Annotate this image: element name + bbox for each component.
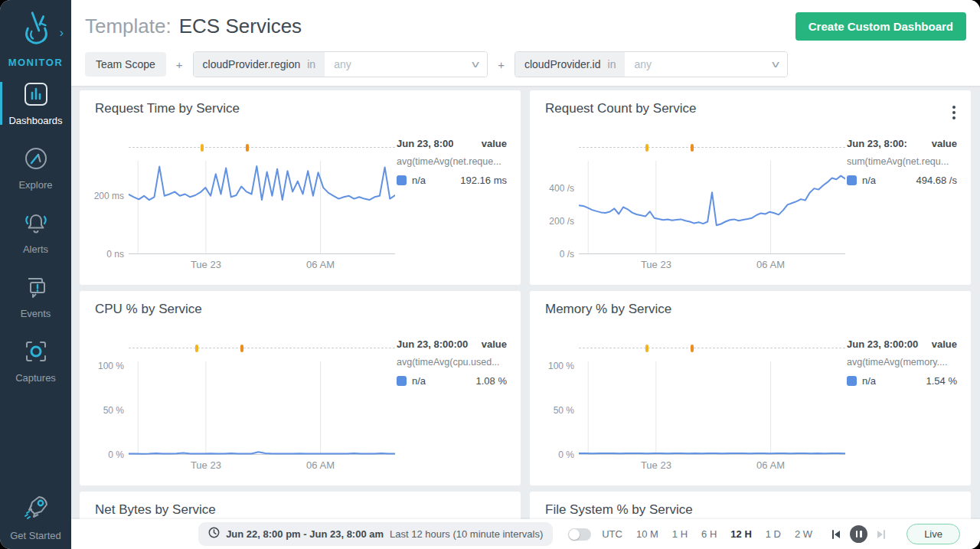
zoom-1d[interactable]: 1 D	[766, 528, 781, 540]
line-chart[interactable]	[579, 161, 845, 254]
chart-title: Request Count by Service	[545, 101, 956, 116]
filter-value-select[interactable]: any v	[325, 52, 487, 77]
series-value: 494.68 /s	[916, 175, 958, 186]
sidebar-item-label: Dashboards	[8, 115, 62, 126]
chart-panel-memory: Memory % by Service 100 %50 %0 % Tue 230…	[530, 291, 971, 485]
series-value: 1.08 %	[476, 375, 507, 387]
event-timeline[interactable]	[579, 343, 845, 354]
x-axis: Tue 2306 AM	[579, 455, 845, 472]
legend-value-header: value	[932, 138, 957, 149]
y-axis: 100 %50 %0 %	[545, 361, 579, 455]
sidebar-item-label: Events	[21, 308, 51, 319]
step-forward-icon[interactable]	[876, 529, 887, 540]
sidebar-item-dashboards[interactable]: Dashboards	[0, 80, 71, 126]
sidebar-item-events[interactable]: Events	[0, 273, 71, 319]
sidebar-item-alerts[interactable]: Alerts	[0, 209, 71, 255]
sidebar-item-captures[interactable]: Captures	[0, 338, 71, 384]
chevron-down-icon: v	[472, 59, 479, 70]
legend-metric: avg(timeAvg(memory....	[847, 357, 957, 368]
chart-title: Net Bytes by Service	[95, 502, 505, 518]
series-name: n/a	[412, 175, 426, 186]
filter-bar: Team Scope + cloudProvider.region in any…	[71, 41, 980, 77]
x-axis: Tue 2306 AM	[129, 455, 395, 472]
filter-field: cloudProvider.region	[203, 58, 301, 70]
chart-panel-cpu: CPU % by Service 100 %50 %0 % Tue 2306 A…	[80, 291, 521, 485]
title-prefix: Template:	[85, 15, 172, 38]
event-timeline[interactable]	[129, 343, 395, 354]
legend-time: Jun 23, 8:00	[397, 138, 453, 149]
series-swatch	[397, 376, 407, 386]
monitor-logo-text: MONITOR	[8, 57, 64, 68]
legend-series-row[interactable]: n/a 1.54 %	[847, 375, 957, 387]
filter-cloudprovider-id[interactable]: cloudProvider.id in any v	[514, 51, 789, 77]
time-range-detail: Last 12 hours (10 minute intervals)	[390, 528, 543, 540]
utc-label: UTC	[602, 528, 622, 540]
chevron-down-icon: v	[773, 59, 780, 70]
sidebar-item-label: Get Started	[10, 530, 60, 541]
sidebar-item-label: Explore	[18, 179, 52, 191]
chart-title: Memory % by Service	[545, 302, 956, 317]
series-name: n/a	[412, 375, 426, 387]
event-timeline[interactable]	[129, 142, 395, 153]
chart-panel-request-count: Request Count by Service 400 /s200 /s0 /…	[530, 90, 971, 285]
time-range-picker[interactable]: Jun 22, 8:00 pm - Jun 23, 8:00 am Last 1…	[198, 522, 553, 546]
zoom-2w[interactable]: 2 W	[795, 528, 812, 540]
line-chart[interactable]	[129, 361, 395, 455]
chart-title: Request Time by Service	[95, 101, 505, 116]
series-name: n/a	[862, 175, 876, 186]
filter-field: cloudProvider.id	[524, 58, 601, 70]
sidebar-item-label: Alerts	[23, 243, 48, 255]
x-axis: Tue 2306 AM	[579, 254, 845, 271]
legend-series-row[interactable]: n/a 192.16 ms	[397, 175, 507, 186]
y-axis: 100 %50 %0 %	[95, 361, 129, 455]
sidebar-expand-chevron-icon[interactable]: ›	[60, 26, 64, 40]
rocket-icon	[21, 492, 51, 526]
sidebar-item-get-started[interactable]: Get Started	[0, 492, 71, 541]
y-axis: 200 ms0 ns	[95, 161, 129, 254]
zoom-6h[interactable]: 6 H	[701, 528, 717, 540]
zoom-1h[interactable]: 1 H	[672, 528, 688, 540]
zoom-12h[interactable]: 12 H	[730, 528, 751, 540]
line-chart[interactable]	[579, 361, 845, 455]
step-back-icon[interactable]	[831, 529, 841, 540]
legend-metric: sum(timeAvg(net.requ...	[847, 156, 957, 167]
team-scope-chip[interactable]: Team Scope	[85, 52, 166, 77]
chart-title: CPU % by Service	[95, 302, 505, 317]
line-chart[interactable]	[129, 161, 395, 254]
legend-time: Jun 23, 8:00:00	[847, 338, 918, 350]
legend-time: Jun 23, 8:00:	[847, 138, 907, 149]
y-axis: 400 /s200 /s0 /s	[545, 161, 579, 254]
series-name: n/a	[862, 375, 876, 387]
legend-time: Jun 23, 8:00:00	[397, 338, 468, 350]
playback-controls	[831, 525, 887, 543]
kebab-menu-icon[interactable]	[949, 103, 959, 123]
filter-value-placeholder: any	[634, 58, 652, 70]
utc-toggle[interactable]	[568, 528, 591, 541]
title-main: ECS Services	[179, 15, 302, 38]
series-value: 192.16 ms	[460, 175, 507, 186]
zoom-10m[interactable]: 10 M	[636, 528, 658, 540]
series-value: 1.54 %	[926, 375, 957, 387]
explore-compass-icon	[22, 145, 50, 175]
filter-value-select[interactable]: any v	[625, 52, 787, 77]
monitor-logo[interactable]: › MONITOR	[0, 0, 71, 68]
sidebar-item-label: Captures	[15, 372, 56, 384]
time-navigation-bar: Jun 22, 8:00 pm - Jun 23, 8:00 am Last 1…	[71, 519, 980, 549]
create-custom-dashboard-button[interactable]: Create Custom Dashboard	[795, 12, 966, 41]
legend-series-row[interactable]: n/a 1.08 %	[397, 375, 507, 387]
sidebar-item-explore[interactable]: Explore	[0, 145, 71, 191]
filter-cloudprovider-region[interactable]: cloudProvider.region in any v	[193, 51, 488, 77]
live-button[interactable]: Live	[906, 524, 960, 544]
pause-button-icon[interactable]	[850, 525, 867, 543]
legend-series-row[interactable]: n/a 494.68 /s	[847, 175, 957, 186]
zoom-presets: 10 M 1 H 6 H 12 H 1 D 2 W	[636, 528, 812, 540]
series-swatch	[847, 175, 857, 185]
filter-operator: in	[608, 58, 616, 70]
captures-lens-icon	[22, 338, 50, 368]
page-title: Template:ECS Services	[85, 15, 302, 38]
chart-legend: Jun 23, 8:00value avg(timeAvg(net.reque.…	[397, 138, 507, 186]
event-timeline[interactable]	[579, 142, 845, 153]
series-swatch	[397, 175, 407, 185]
chart-panel-request-time: Request Time by Service 200 ms0 ns Tue 2…	[80, 90, 521, 285]
chart-legend: Jun 23, 8:00:value sum(timeAvg(net.requ.…	[847, 138, 957, 186]
